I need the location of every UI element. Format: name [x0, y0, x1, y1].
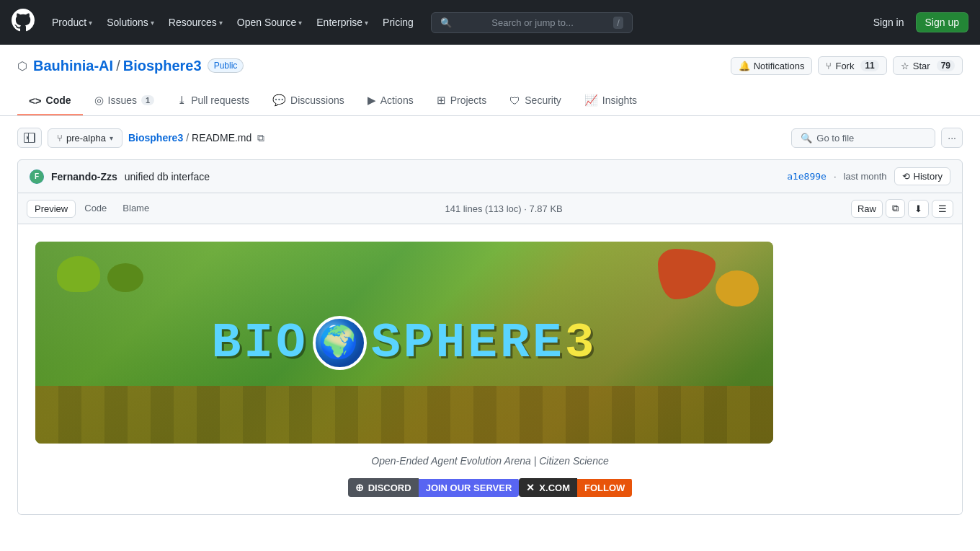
discord-icon: ⊕ — [355, 482, 364, 493]
history-icon: ⟲ — [902, 171, 910, 182]
nav-solutions-chevron: ▾ — [151, 19, 154, 27]
discord-join-button[interactable]: JOIN OUR SERVER — [419, 479, 520, 497]
fork-label: Fork — [835, 61, 854, 71]
readme-content: BIO 🌍 SPHERE 3 Open-Ended Agent Evolutio… — [18, 224, 962, 514]
nav-pricing-label: Pricing — [383, 17, 414, 28]
file-info: 141 lines (113 loc) · 7.87 KB — [445, 203, 562, 214]
repo-tabs: <> Code ◎ Issues 1 ⤓ Pull requests 💬 Dis… — [17, 87, 963, 115]
banner-text-sphere: SPHERE — [371, 315, 565, 371]
x-follow-button[interactable]: FOLLOW — [577, 479, 632, 497]
file-tabs-row: Preview Code Blame 141 lines (113 loc) ·… — [18, 193, 962, 224]
search-shortcut: / — [613, 17, 623, 29]
tab-pullrequests[interactable]: ⤓ Pull requests — [166, 87, 261, 115]
sign-in-button[interactable]: Sign in — [868, 13, 910, 32]
author-avatar: F — [30, 169, 44, 184]
repo-title-row: ⬡ Bauhinia-AI / Biosphere3 Public 🔔 Noti… — [17, 56, 963, 75]
file-tab-preview[interactable]: Preview — [27, 200, 76, 218]
tab-projects[interactable]: ⊞ Projects — [425, 87, 499, 115]
tab-discussions[interactable]: 💬 Discussions — [261, 87, 356, 115]
nav-opensource-label: Open Source — [237, 17, 297, 28]
copy-icon: ⧉ — [892, 203, 899, 213]
repo-name-link[interactable]: Biosphere3 — [123, 58, 202, 74]
breadcrumb: Bauhinia-AI / Biosphere3 — [33, 58, 202, 74]
main-header: Product ▾ Solutions ▾ Resources ▾ Open S… — [0, 0, 980, 45]
tab-issues-label: Issues — [108, 94, 137, 106]
nav-resources[interactable]: Resources ▾ — [163, 12, 228, 32]
repo-visibility-badge: Public — [208, 58, 244, 73]
github-logo[interactable] — [12, 9, 35, 36]
file-path: Biosphere3 / README.md ⧉ — [128, 131, 267, 146]
bell-icon: 🔔 — [739, 61, 750, 71]
readme-badges: ⊕ DISCORD JOIN OUR SERVER ✕ X.COM FOLLOW — [35, 478, 945, 497]
copy-path-button[interactable]: ⧉ — [254, 131, 267, 146]
search-area: 🔍 Search or jump to... / — [431, 12, 633, 33]
tab-discussions-label: Discussions — [290, 94, 344, 106]
header-actions: Sign in Sign up — [868, 12, 968, 32]
nav-solutions[interactable]: Solutions ▾ — [101, 12, 160, 32]
file-tab-code[interactable]: Code — [77, 200, 114, 218]
goto-file-label: Go to file — [816, 133, 854, 144]
search-box[interactable]: 🔍 Search or jump to... / — [431, 12, 633, 33]
banner-title: BIO 🌍 SPHERE 3 — [211, 315, 597, 371]
insights-icon: 📈 — [584, 94, 598, 107]
commit-hash[interactable]: a1e899e — [787, 171, 827, 182]
raw-button[interactable]: Raw — [851, 200, 883, 218]
tab-code-label: Code — [46, 94, 71, 106]
star-button[interactable]: ☆ Star 79 — [893, 56, 963, 75]
download-icon: ⬇ — [914, 203, 922, 214]
branch-name: pre-alpha — [66, 133, 106, 144]
readme-subtitle: Open-Ended Agent Evolution Arena | Citiz… — [35, 455, 945, 467]
file-path-separator: / — [186, 132, 189, 144]
file-actions: Raw ⧉ ⬇ ☰ — [851, 199, 953, 218]
commit-time-separator: · — [834, 171, 837, 182]
nav-opensource-chevron: ▾ — [298, 19, 302, 27]
repo-actions: 🔔 Notifications ⑂ Fork 11 ☆ Star 79 — [731, 56, 963, 75]
file-nav: ⑂ pre-alpha ▾ Biosphere3 / README.md ⧉ 🔍… — [17, 128, 963, 148]
nav-opensource[interactable]: Open Source ▾ — [231, 12, 308, 32]
file-view: Preview Code Blame 141 lines (113 loc) ·… — [17, 193, 963, 515]
tab-insights-label: Insights — [602, 94, 637, 106]
sidebar-toggle-button[interactable] — [17, 128, 42, 148]
search-icon: 🔍 — [440, 17, 452, 28]
file-path-repo-link[interactable]: Biosphere3 — [128, 132, 183, 144]
download-button[interactable]: ⬇ — [908, 200, 929, 218]
list-icon: ☰ — [938, 203, 947, 214]
file-area: ⑂ pre-alpha ▾ Biosphere3 / README.md ⧉ 🔍… — [0, 116, 980, 526]
tab-actions-label: Actions — [380, 94, 414, 106]
repo-owner-link[interactable]: Bauhinia-AI — [33, 58, 113, 74]
notifications-button[interactable]: 🔔 Notifications — [731, 57, 813, 75]
readme-banner-image: BIO 🌍 SPHERE 3 — [35, 242, 773, 444]
nav-pricing[interactable]: Pricing — [377, 12, 419, 32]
tab-insights[interactable]: 📈 Insights — [573, 87, 649, 115]
tab-security-label: Security — [525, 94, 561, 106]
goto-file-button[interactable]: 🔍 Go to file — [791, 128, 935, 148]
notifications-label: Notifications — [754, 61, 805, 71]
more-options-button[interactable]: ··· — [941, 128, 963, 148]
history-button[interactable]: ⟲ History — [894, 167, 950, 185]
commit-author[interactable]: Fernando-Zzs — [51, 171, 117, 182]
file-path-filename: README.md — [192, 132, 251, 144]
tab-security[interactable]: 🛡 Security — [498, 87, 573, 115]
nav-product[interactable]: Product ▾ — [46, 12, 98, 32]
fork-button[interactable]: ⑂ Fork 11 — [818, 56, 886, 75]
tab-actions[interactable]: ▶ Actions — [356, 87, 425, 115]
outline-button[interactable]: ☰ — [932, 200, 953, 218]
x-badge: ✕ X.COM FOLLOW — [519, 478, 632, 497]
actions-icon: ▶ — [368, 94, 376, 107]
tab-issues[interactable]: ◎ Issues 1 — [83, 87, 166, 115]
tab-code[interactable]: <> Code — [17, 87, 83, 115]
copy-button[interactable]: ⧉ — [886, 199, 905, 218]
search-placeholder-text: Search or jump to... — [491, 17, 573, 28]
nav-enterprise[interactable]: Enterprise ▾ — [311, 12, 374, 32]
sign-up-button[interactable]: Sign up — [916, 12, 968, 32]
file-tab-blame[interactable]: Blame — [115, 200, 156, 218]
x-label-text: X.COM — [539, 482, 570, 493]
fork-icon: ⑂ — [826, 61, 832, 71]
discord-badge: ⊕ DISCORD JOIN OUR SERVER — [348, 478, 520, 497]
issues-icon: ◎ — [94, 94, 104, 107]
branch-selector[interactable]: ⑂ pre-alpha ▾ — [48, 128, 122, 148]
banner-text-3: 3 — [565, 315, 597, 371]
banner-text-bio: BIO — [211, 315, 308, 371]
security-icon: 🛡 — [509, 94, 520, 107]
nav-product-chevron: ▾ — [89, 19, 92, 27]
